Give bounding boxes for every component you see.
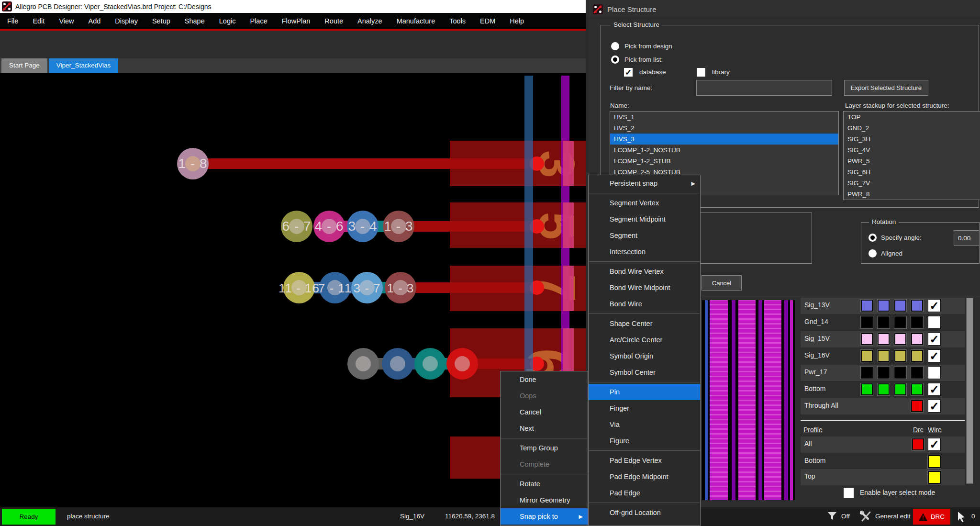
list-item[interactable]: HVS_1	[610, 112, 838, 123]
layer-swatch[interactable]	[861, 300, 873, 312]
pick-from-list-label[interactable]: Pick from list:	[624, 56, 663, 63]
layer-panel-scrollbar[interactable]	[966, 298, 973, 484]
menu-add[interactable]: Add	[81, 17, 108, 25]
menu-file[interactable]: File	[0, 17, 25, 25]
wire-header[interactable]: Wire	[928, 426, 942, 434]
menu-manufacture[interactable]: Manufacture	[390, 17, 443, 25]
context-menu-item-rotate[interactable]: Rotate	[501, 476, 588, 492]
wire-swatch[interactable]	[928, 471, 941, 484]
status-edit-mode[interactable]: General edit	[875, 513, 911, 520]
layer-swatch[interactable]	[861, 383, 873, 395]
stacked-via[interactable]	[414, 348, 446, 380]
context-menu-item-mirror-geometry[interactable]: Mirror Geometry	[501, 492, 588, 508]
layer-swatch[interactable]	[911, 400, 923, 412]
menu-edm[interactable]: EDM	[473, 17, 502, 25]
wire-swatch[interactable]	[928, 455, 941, 468]
submenu-item-symbol-origin[interactable]: Symbol Origin	[589, 348, 700, 364]
context-menu-item-snap-pick-to[interactable]: Snap pick to ▶	[501, 508, 588, 525]
specify-angle-radio[interactable]	[869, 234, 877, 242]
list-item[interactable]: SIG_3H	[844, 134, 980, 145]
cancel-button[interactable]: Cancel	[702, 275, 742, 291]
layer-swatch[interactable]	[911, 333, 923, 345]
menu-display[interactable]: Display	[108, 17, 145, 25]
submenu-item-bond-wire[interactable]: Bond Wire	[589, 296, 700, 312]
submenu-item-symbol-center[interactable]: Symbol Center	[589, 364, 700, 381]
submenu-item-off-grid-location[interactable]: Off-grid Location	[589, 504, 700, 521]
layer-swatch[interactable]	[911, 350, 923, 362]
tab-viper-stackedvias[interactable]: Viper_StackedVias	[49, 58, 119, 73]
layer-swatch[interactable]	[878, 316, 890, 328]
drc-status-badge[interactable]: ! DRC	[913, 509, 950, 525]
layer-swatch[interactable]	[911, 316, 923, 328]
status-active-layer[interactable]: Sig_16V	[400, 513, 424, 520]
layer-swatch[interactable]	[878, 383, 890, 395]
list-item-selected[interactable]: HVS_3	[610, 134, 838, 145]
context-menu-item-next[interactable]: Next	[501, 420, 588, 436]
submenu-item-via[interactable]: Via	[589, 416, 700, 433]
submenu-item-pin[interactable]: Pin	[589, 384, 700, 400]
menu-help[interactable]: Help	[502, 17, 531, 25]
pcb-canvas[interactable]: 3 5 7 6 1 - 8 6 - 7 4 - 6 3 - 4 1 - 3	[0, 76, 586, 507]
submenu-item-grid-point[interactable]: Grid Point	[589, 521, 700, 526]
aligned-radio[interactable]	[869, 249, 877, 257]
menu-edit[interactable]: Edit	[25, 17, 52, 25]
menu-place[interactable]: Place	[243, 17, 274, 25]
context-menu-item-done[interactable]: Done	[501, 371, 588, 388]
export-selected-structure-button[interactable]: Export Selected Structure	[844, 80, 928, 96]
drc-header[interactable]: Drc	[913, 426, 924, 434]
submenu-item-finger[interactable]: Finger	[589, 400, 700, 416]
layer-swatch[interactable]	[878, 350, 890, 362]
profile-header[interactable]: Profile	[803, 426, 823, 434]
menu-view[interactable]: View	[52, 17, 81, 25]
list-item[interactable]: LCOMP_1-2_NOSTUB	[610, 145, 838, 156]
submenu-item-pad-edge-vertex[interactable]: Pad Edge Vertex	[589, 452, 700, 469]
submenu-item-segment-vertex[interactable]: Segment Vertex	[589, 195, 700, 211]
layer-visible-checkbox[interactable]: ✓	[928, 299, 941, 312]
pick-from-list-radio[interactable]	[611, 56, 619, 64]
library-checkbox[interactable]	[697, 68, 705, 77]
layer-swatch[interactable]	[911, 300, 923, 312]
layer-swatch[interactable]	[878, 300, 890, 312]
submenu-item-figure[interactable]: Figure	[589, 433, 700, 449]
layer-swatch[interactable]	[878, 333, 890, 345]
enable-layer-select-label[interactable]: Enable layer select mode	[860, 489, 935, 496]
layer-visible-checkbox[interactable]: ✓	[928, 383, 941, 396]
wire-checkbox[interactable]: ✓	[928, 438, 941, 451]
dialog-title-bar[interactable]: Place Structure	[586, 0, 980, 19]
list-item[interactable]: TOP	[844, 112, 980, 123]
filter-funnel-icon[interactable]	[827, 511, 837, 523]
drc-swatch[interactable]	[912, 438, 924, 450]
menu-flowplan[interactable]: FlowPlan	[275, 17, 318, 25]
submenu-item-bond-wire-midpoint[interactable]: Bond Wire Midpoint	[589, 280, 700, 296]
context-menu-item-cancel[interactable]: Cancel	[501, 404, 588, 420]
layer-swatch[interactable]	[894, 316, 906, 328]
layer-visible-checkbox[interactable]: ✓	[928, 349, 941, 362]
menu-setup[interactable]: Setup	[145, 17, 178, 25]
status-filter-state[interactable]: Off	[841, 513, 850, 520]
library-label[interactable]: library	[712, 68, 730, 76]
layer-swatch[interactable]	[911, 383, 923, 395]
database-label[interactable]: database	[639, 68, 666, 76]
menu-logic[interactable]: Logic	[212, 17, 243, 25]
layer-swatch[interactable]	[878, 367, 890, 379]
general-edit-tools-icon[interactable]	[860, 511, 871, 524]
layer-visible-checkbox[interactable]	[928, 316, 941, 329]
layer-swatch[interactable]	[894, 383, 906, 395]
submenu-item-segment-midpoint[interactable]: Segment Midpoint	[589, 211, 700, 227]
layer-swatch[interactable]	[861, 333, 873, 345]
stacked-via[interactable]	[382, 348, 413, 380]
layer-swatch[interactable]	[861, 367, 873, 379]
list-item[interactable]: SIG_4V	[844, 145, 980, 156]
layer-swatch[interactable]	[911, 367, 923, 379]
context-menu-item-temp-group[interactable]: Temp Group	[501, 440, 588, 456]
specify-angle-label[interactable]: Specify angle:	[881, 234, 922, 241]
list-item[interactable]: PWR_5	[844, 156, 980, 167]
layer-stackup-list[interactable]: TOP GND_2 SIG_3H SIG_4V PWR_5 SIG_6H SIG…	[843, 111, 980, 200]
submenu-item-pad-edge[interactable]: Pad Edge	[589, 485, 700, 501]
list-item[interactable]: LCOMP_1-2_STUB	[610, 156, 838, 167]
pcb-pad-row-bottom[interactable]	[450, 436, 501, 479]
layer-visible-checkbox[interactable]	[928, 366, 941, 379]
layer-visible-checkbox[interactable]: ✓	[928, 400, 941, 413]
layer-swatch[interactable]	[894, 333, 906, 345]
enable-layer-select-checkbox[interactable]	[844, 488, 854, 498]
